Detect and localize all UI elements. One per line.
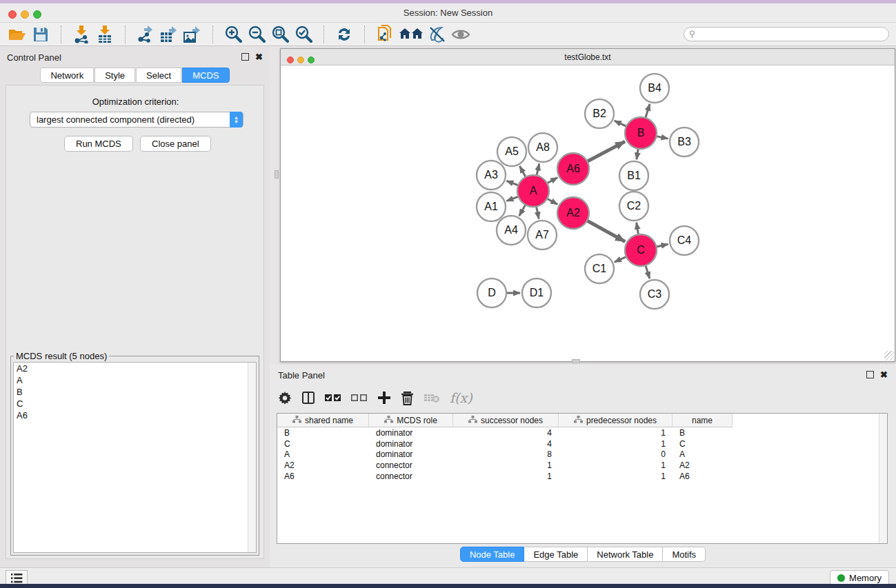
shared-column-icon <box>574 416 583 425</box>
tab-edge-table[interactable]: Edge Table <box>524 547 588 562</box>
column-header-shared-name[interactable]: shared name <box>277 414 369 427</box>
tab-select[interactable]: Select <box>136 68 181 83</box>
column-header-label: successor nodes <box>481 416 543 425</box>
node-label-C3: C3 <box>648 288 662 300</box>
control-panel: Control Panel ✖ NetworkStyleSelectMCDS O… <box>0 46 270 567</box>
cell-successor-nodes: 4 <box>453 438 559 449</box>
zoom-in-icon[interactable] <box>221 25 245 44</box>
column-header-name[interactable]: name <box>673 414 733 427</box>
cell-name: B <box>673 427 733 438</box>
show-hide-icon[interactable] <box>449 25 472 44</box>
column-header-successor-nodes[interactable]: successor nodes <box>453 414 559 427</box>
delete-table-icon[interactable] <box>424 392 440 403</box>
export-image-icon[interactable] <box>181 25 204 44</box>
tab-network-table[interactable]: Network Table <box>588 547 663 562</box>
apply-layout-icon[interactable] <box>332 25 356 44</box>
criterion-select[interactable]: largest connected component (directed) ▲… <box>30 112 243 128</box>
mcds-result-group: MCDS result (5 nodes) A2ABCA6 <box>10 356 259 556</box>
float-panel-icon[interactable] <box>241 53 249 61</box>
table-row[interactable]: Cdominator41C <box>277 438 887 449</box>
cell-successor-nodes: 4 <box>453 427 559 438</box>
result-item[interactable]: B <box>14 386 256 398</box>
result-item[interactable]: C <box>14 398 256 409</box>
select-all-icon[interactable] <box>325 393 341 403</box>
cell-predecessor-nodes: 1 <box>559 471 673 482</box>
node-label-C1: C1 <box>593 263 607 274</box>
cell-successor-nodes: 8 <box>453 449 559 460</box>
memory-status-icon <box>837 574 845 582</box>
column-header-label: name <box>692 416 713 425</box>
splitter-handle[interactable] <box>275 170 279 179</box>
table-settings-icon[interactable] <box>278 391 292 405</box>
mcds-tab-panel: Optimization criterion: largest connecte… <box>6 85 264 559</box>
column-header-MCDS-role[interactable]: MCDS role <box>369 414 453 427</box>
save-session-icon[interactable] <box>29 25 52 44</box>
tab-motifs[interactable]: Motifs <box>663 547 706 562</box>
cell-shared-name: A2 <box>277 460 369 471</box>
table-row[interactable]: Bdominator41B <box>277 427 887 438</box>
node-label-A1: A1 <box>484 201 498 212</box>
result-item[interactable]: A6 <box>14 409 256 421</box>
import-network-icon[interactable] <box>70 25 93 44</box>
run-mcds-button[interactable]: Run MCDS <box>64 136 133 152</box>
float-panel-icon[interactable] <box>866 371 874 378</box>
table-row[interactable]: Adominator80A <box>277 449 887 460</box>
control-panel-controls: ✖ <box>241 52 263 62</box>
shared-column-icon <box>468 416 477 425</box>
node-label-A3: A3 <box>484 169 498 181</box>
network-view-window: testGlobe.txt B4B2BB3A8A5A6A3B1AA1C2A2A4… <box>280 48 895 362</box>
export-table-icon[interactable] <box>157 25 181 44</box>
close-panel-icon[interactable]: ✖ <box>255 52 263 62</box>
splitter-handle[interactable] <box>572 359 580 363</box>
toggle-styles-icon[interactable] <box>426 25 449 44</box>
node-label-A5: A5 <box>505 145 519 157</box>
list-icon <box>10 573 23 584</box>
result-list-scrollbar[interactable] <box>248 363 256 552</box>
add-column-icon[interactable] <box>377 391 391 405</box>
close-panel-button[interactable]: Close panel <box>140 136 211 152</box>
close-panel-icon[interactable]: ✖ <box>880 369 888 380</box>
cell-predecessor-nodes: 0 <box>559 449 673 460</box>
column-header-predecessor-nodes[interactable]: predecessor nodes <box>559 414 673 427</box>
mcds-result-list[interactable]: A2ABCA6 <box>13 362 257 553</box>
tab-network[interactable]: Network <box>40 68 94 83</box>
network-graph[interactable]: B4B2BB3A8A5A6A3B1AA1C2A2A4A7C4CC1DD1C3 <box>281 66 894 361</box>
zoom-selected-icon[interactable] <box>292 25 315 44</box>
result-item[interactable]: A <box>14 374 256 386</box>
node-label-B3: B3 <box>677 136 691 148</box>
cell-MCDS-role: connector <box>369 471 453 482</box>
cell-shared-name: B <box>277 427 369 438</box>
search-input[interactable] <box>684 27 889 41</box>
import-table-icon[interactable] <box>93 25 117 44</box>
desktop-wallpaper-bottom <box>0 584 896 588</box>
node-label-A8: A8 <box>536 141 550 153</box>
column-selector-icon[interactable] <box>301 391 315 405</box>
export-network-icon[interactable] <box>134 25 157 44</box>
result-item[interactable]: A2 <box>14 363 256 374</box>
cell-MCDS-role: dominator <box>369 449 453 460</box>
open-file-icon[interactable] <box>6 25 29 44</box>
search-container: ⚲ <box>684 27 889 41</box>
table-row[interactable]: A2connector11A2 <box>277 460 887 471</box>
network-from-selection-icon[interactable] <box>373 25 397 44</box>
window-resize-grip[interactable] <box>884 351 894 361</box>
table-scrollbar[interactable] <box>879 414 887 543</box>
table-body: Bdominator41BCdominator41CAdominator80AA… <box>277 427 887 482</box>
network-canvas[interactable]: B4B2BB3A8A5A6A3B1AA1C2A2A4A7C4CC1DD1C3 <box>281 66 894 361</box>
deselect-all-icon[interactable] <box>351 393 368 403</box>
show-panels-icon[interactable] <box>397 25 426 44</box>
tab-node-table[interactable]: Node Table <box>460 547 525 562</box>
node-table[interactable]: shared nameMCDS rolesuccessor nodesprede… <box>277 413 888 544</box>
tab-style[interactable]: Style <box>94 68 135 83</box>
function-builder-icon[interactable]: f(x) <box>450 390 472 405</box>
cell-name: A6 <box>673 471 733 482</box>
delete-column-icon[interactable] <box>401 391 414 405</box>
node-label-A: A <box>530 185 537 196</box>
cell-name: A <box>673 449 733 460</box>
zoom-fit-icon[interactable] <box>268 25 292 44</box>
table-row[interactable]: A6connector11A6 <box>277 471 887 482</box>
network-window-titlebar[interactable]: testGlobe.txt <box>281 49 895 65</box>
zoom-out-icon[interactable] <box>245 25 268 44</box>
tab-mcds[interactable]: MCDS <box>182 68 229 83</box>
table-toolbar: f(x) <box>278 385 888 410</box>
